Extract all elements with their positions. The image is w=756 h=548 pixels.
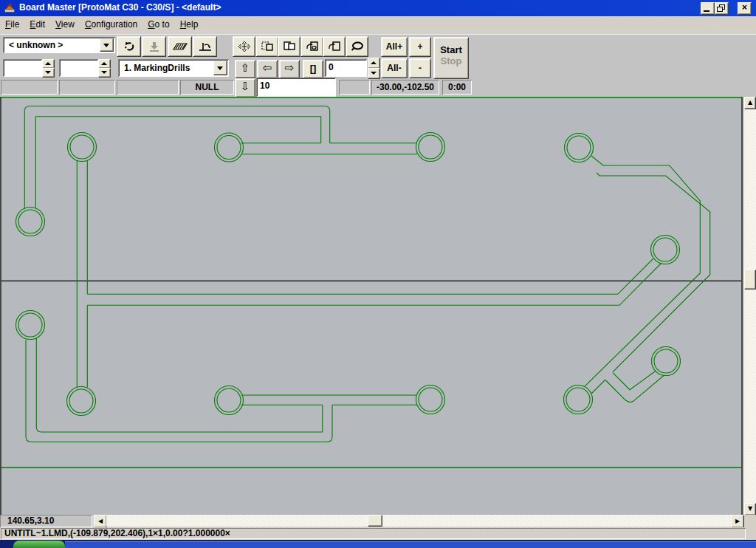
- cursor-coordinates-cell: 140.65,3.10: [0, 515, 92, 527]
- tool-drop-button[interactable]: [142, 36, 166, 57]
- window-title: Board Master [ProtoMat C30 - C30/S] - <d…: [19, 2, 221, 13]
- phase-select-value: 1. MarkingDrills: [124, 63, 190, 73]
- pan-view-button[interactable]: [233, 36, 255, 57]
- tool-status-cell: NULL: [180, 80, 234, 95]
- pan-view-icon: [238, 41, 251, 52]
- toolbar: < unknown >: [0, 34, 756, 97]
- phase-select[interactable]: 1. MarkingDrills: [118, 59, 229, 77]
- left-triangle-icon: ◀: [98, 518, 103, 524]
- start-label: Start: [434, 44, 468, 55]
- down-arrow-icon: ⇩: [241, 80, 250, 93]
- head-select[interactable]: < unknown >: [3, 37, 115, 53]
- x-position-spinner: [42, 59, 54, 77]
- menu-item-edit[interactable]: Edit: [30, 19, 45, 30]
- export-file-button[interactable]: [323, 36, 346, 57]
- step-size-field[interactable]: 10: [256, 78, 336, 97]
- right-triangle-icon: ▶: [735, 518, 740, 524]
- taskbar-strip: [0, 540, 756, 548]
- y-position-spinner: [98, 59, 110, 77]
- move-down-button[interactable]: ⇩: [235, 78, 255, 97]
- import-file-icon: [306, 41, 319, 52]
- status-cell-2: [59, 80, 115, 95]
- x-position-field[interactable]: [3, 59, 42, 77]
- stop-label: Stop: [434, 55, 468, 66]
- move-up-button[interactable]: ⇧: [235, 60, 255, 78]
- x-spin-down-button[interactable]: [42, 68, 55, 78]
- down-triangle-icon: ▼: [748, 505, 752, 512]
- horizontal-scrollbar[interactable]: [106, 515, 731, 527]
- minimize-button[interactable]: [701, 2, 715, 15]
- status-bar: UNTITL~1.LMD,(-109.879,202.406),1×1,0.00…: [0, 527, 756, 540]
- close-button[interactable]: ×: [738, 2, 752, 15]
- rubout-area-button[interactable]: [168, 36, 192, 57]
- menu-item-file[interactable]: File: [5, 19, 19, 30]
- taskbar-band: [65, 541, 756, 548]
- phase-index-field[interactable]: 0: [325, 59, 367, 77]
- scroll-up-button[interactable]: ▲: [744, 97, 756, 109]
- overlap-boards-icon: [283, 41, 296, 52]
- head-position-cell: -30.00,-102.50: [371, 80, 439, 95]
- import-file-button[interactable]: [300, 36, 323, 57]
- right-arrow-icon: ⇨: [285, 61, 295, 75]
- start-button-fragment[interactable]: [13, 541, 65, 548]
- status-cell-4: [339, 80, 370, 95]
- plus-button[interactable]: +: [409, 37, 431, 57]
- app-icon: [4, 2, 16, 14]
- phase-select-dropdown-button[interactable]: [213, 61, 227, 75]
- scroll-right-button[interactable]: ▶: [731, 515, 744, 528]
- title-bar: Board Master [ProtoMat C30 - C30/S] - <d…: [0, 0, 756, 16]
- zoom-all-button[interactable]: [346, 36, 368, 57]
- export-file-icon: [328, 41, 341, 52]
- tool-lift-icon: [197, 41, 213, 52]
- left-arrow-icon: ⇦: [263, 61, 272, 75]
- up-arrow-icon: ⇧: [241, 61, 250, 75]
- y-position-field[interactable]: [59, 59, 98, 77]
- vertical-scrollbar[interactable]: ▲ ▼: [744, 97, 756, 515]
- overlap-boards-button[interactable]: [278, 36, 300, 57]
- phase-spin-down-button[interactable]: [368, 68, 380, 79]
- move-left-button[interactable]: ⇦: [257, 60, 278, 78]
- status-cell-1: [1, 80, 58, 95]
- head-select-dropdown-button[interactable]: [100, 38, 114, 52]
- phase-index-spinner: [368, 58, 379, 78]
- rubout-area-icon: [172, 41, 188, 52]
- tool-lift-button[interactable]: [193, 36, 217, 57]
- up-triangle-icon: ▲: [748, 99, 752, 106]
- zoom-window-button[interactable]: [255, 36, 278, 57]
- minus-button[interactable]: -: [409, 58, 431, 78]
- zoom-all-icon: [350, 41, 365, 52]
- hscroll-row: 140.65,3.10 ◀ ▶: [0, 515, 756, 527]
- menu-item-configuration[interactable]: Configuration: [85, 19, 137, 30]
- rotate-tool-button[interactable]: [117, 36, 141, 57]
- elapsed-time-cell: 0:00: [442, 80, 472, 95]
- start-stop-button[interactable]: Start Stop: [433, 37, 469, 79]
- vscroll-thumb[interactable]: [744, 270, 756, 290]
- all-minus-button[interactable]: All-: [381, 58, 408, 78]
- phase-spin-up-button[interactable]: [368, 58, 380, 69]
- move-right-button[interactable]: ⇨: [279, 60, 300, 78]
- restore-button[interactable]: [715, 2, 729, 15]
- head-select-value: < unknown >: [9, 40, 63, 50]
- rotate-tool-icon: [121, 41, 137, 52]
- y-spin-down-button[interactable]: [98, 68, 111, 78]
- menu-item-help[interactable]: Help: [180, 19, 199, 30]
- zoom-window-icon: [261, 41, 274, 52]
- menu-item-go-to[interactable]: Go to: [148, 19, 169, 30]
- pcb-svg: [0, 97, 743, 515]
- file-status-text: UNTITL~1.LMD,(-109.879,202.406),1×1,0.00…: [1, 528, 746, 539]
- menu-bar: FileEditViewConfigurationGo toHelp: [0, 16, 756, 35]
- all-plus-button[interactable]: All+: [381, 37, 408, 57]
- chevron-down-icon: [217, 66, 223, 70]
- minimize-icon: [704, 10, 709, 12]
- chevron-down-icon: [103, 44, 109, 47]
- board-view[interactable]: [0, 97, 743, 515]
- hscroll-thumb[interactable]: [368, 515, 382, 527]
- scroll-left-button[interactable]: ◀: [94, 515, 107, 528]
- status-cell-3: [117, 80, 179, 95]
- brackets-button[interactable]: []: [303, 60, 323, 78]
- scroll-down-button[interactable]: ▼: [744, 503, 756, 516]
- menu-item-view[interactable]: View: [55, 19, 75, 30]
- close-icon: ×: [742, 2, 747, 13]
- tool-drop-icon: [147, 41, 162, 52]
